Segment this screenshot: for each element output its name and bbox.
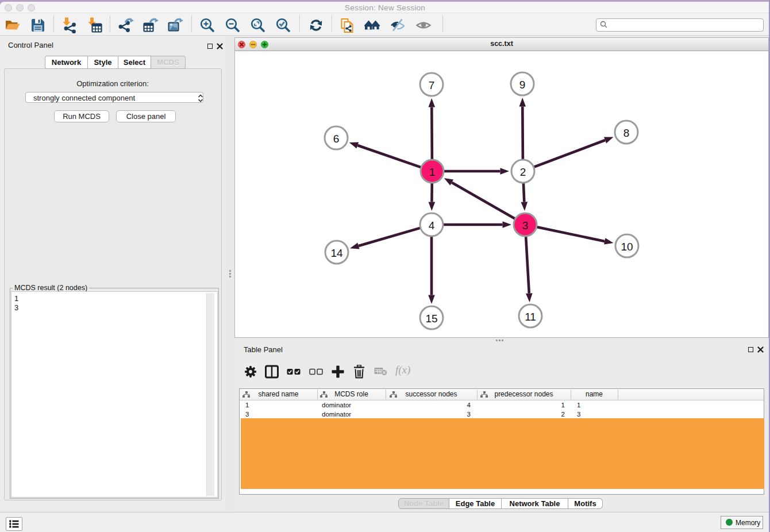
svg-text:14: 14 — [330, 247, 343, 259]
svg-text:2: 2 — [520, 166, 526, 178]
svg-text:10: 10 — [621, 241, 633, 253]
svg-text:11: 11 — [525, 311, 536, 323]
svg-text:7: 7 — [429, 79, 435, 91]
svg-text:1: 1 — [429, 166, 436, 178]
svg-text:6: 6 — [333, 133, 340, 145]
svg-text:9: 9 — [519, 79, 526, 91]
svg-text:15: 15 — [425, 313, 437, 325]
svg-text:4: 4 — [429, 219, 435, 232]
svg-text:3: 3 — [522, 219, 529, 232]
svg-text:8: 8 — [623, 127, 630, 139]
